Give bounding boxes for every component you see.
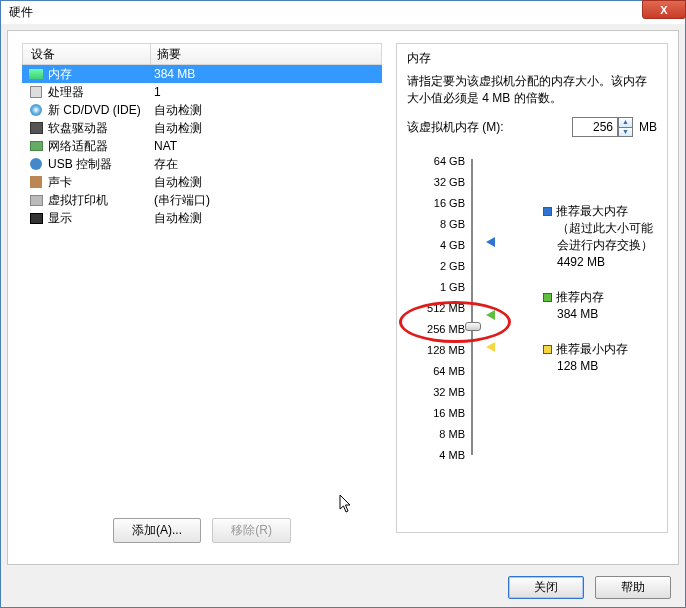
device-summary: 自动检测	[154, 120, 382, 137]
col-device[interactable]: 设备	[23, 44, 151, 64]
legend-max-note2: 会进行内存交换）	[543, 237, 669, 254]
device-row-usb[interactable]: USB 控制器 存在	[22, 155, 382, 173]
device-list-panel: 设备 摘要 内存 384 MB 处理器 1 新 CD/DVD (IDE) 自动检…	[22, 43, 382, 543]
tick-label: 32 MB	[407, 386, 465, 398]
device-name: 处理器	[48, 84, 154, 101]
usb-icon	[28, 157, 44, 171]
tick-label: 4 GB	[407, 239, 465, 251]
remove-button: 移除(R)	[212, 518, 291, 543]
close-button[interactable]: X	[642, 0, 686, 19]
memory-section-title: 内存	[407, 48, 657, 73]
device-summary: 自动检测	[154, 210, 382, 227]
device-summary: 384 MB	[154, 67, 382, 81]
legend-rec-value: 384 MB	[543, 306, 669, 323]
memory-description: 请指定要为该虚拟机分配的内存大小。该内存大小值必须是 4 MB 的倍数。	[407, 73, 657, 107]
tick-label: 2 GB	[407, 260, 465, 272]
close-icon: X	[660, 4, 667, 16]
tick-label: 4 MB	[407, 449, 465, 461]
device-summary: (串行端口)	[154, 192, 382, 209]
tick-label: 1 GB	[407, 281, 465, 293]
device-row-printer[interactable]: 虚拟打印机 (串行端口)	[22, 191, 382, 209]
device-name: 虚拟打印机	[48, 192, 154, 209]
legend-max-title: 推荐最大内存	[556, 204, 628, 218]
device-summary: 自动检测	[154, 174, 382, 191]
tick-label: 64 MB	[407, 365, 465, 377]
legend-max-note1: （超过此大小可能	[543, 220, 669, 237]
printer-icon	[28, 193, 44, 207]
memory-icon	[28, 67, 44, 81]
device-name: 网络适配器	[48, 138, 154, 155]
device-summary: 存在	[154, 156, 382, 173]
dialog-body: 设备 摘要 内存 384 MB 处理器 1 新 CD/DVD (IDE) 自动检…	[1, 24, 685, 607]
sound-icon	[28, 175, 44, 189]
memory-legend: 推荐最大内存 （超过此大小可能 会进行内存交换） 4492 MB 推荐内存 38…	[543, 203, 669, 393]
device-name: 显示	[48, 210, 154, 227]
device-name: 内存	[48, 66, 154, 83]
tick-label: 64 GB	[407, 155, 465, 167]
legend-max: 推荐最大内存 （超过此大小可能 会进行内存交换） 4492 MB	[543, 203, 669, 271]
floppy-icon	[28, 121, 44, 135]
square-blue-icon	[543, 207, 552, 216]
marker-rec-icon	[486, 310, 495, 320]
device-row-network[interactable]: 网络适配器 NAT	[22, 137, 382, 155]
slider-handle[interactable]	[465, 322, 481, 331]
display-icon	[28, 211, 44, 225]
device-table-header: 设备 摘要	[22, 43, 382, 65]
legend-rec-title: 推荐内存	[556, 290, 604, 304]
square-green-icon	[543, 293, 552, 302]
dialog-footer: 关闭 帮助	[500, 576, 671, 599]
tick-label: 16 GB	[407, 197, 465, 209]
tick-label: 128 MB	[407, 344, 465, 356]
device-name: 新 CD/DVD (IDE)	[48, 102, 154, 119]
device-name: USB 控制器	[48, 156, 154, 173]
device-name: 声卡	[48, 174, 154, 191]
marker-min-icon	[486, 342, 495, 352]
square-yellow-icon	[543, 345, 552, 354]
memory-slider: 64 GB 32 GB 16 GB 8 GB 4 GB 2 GB 1 GB 51…	[407, 155, 657, 465]
device-summary: 自动检测	[154, 102, 382, 119]
tick-label: 8 GB	[407, 218, 465, 230]
memory-input[interactable]	[572, 117, 618, 137]
legend-min-title: 推荐最小内存	[556, 342, 628, 356]
spinner-up-icon[interactable]: ▲	[618, 117, 633, 127]
tick-label: 512 MB	[407, 302, 465, 314]
spinner-down-icon[interactable]: ▼	[618, 127, 633, 137]
tick-label: 8 MB	[407, 428, 465, 440]
device-row-cd[interactable]: 新 CD/DVD (IDE) 自动检测	[22, 101, 382, 119]
cd-icon	[28, 103, 44, 117]
slider-track[interactable]	[471, 159, 473, 455]
legend-max-value: 4492 MB	[543, 254, 669, 271]
device-row-display[interactable]: 显示 自动检测	[22, 209, 382, 227]
close-dialog-button[interactable]: 关闭	[508, 576, 584, 599]
legend-min: 推荐最小内存 128 MB	[543, 341, 669, 375]
add-button[interactable]: 添加(A)...	[113, 518, 201, 543]
memory-unit: MB	[639, 120, 657, 134]
memory-input-row: 该虚拟机内存 (M): ▲ ▼ MB	[407, 117, 657, 137]
device-row-floppy[interactable]: 软盘驱动器 自动检测	[22, 119, 382, 137]
cpu-icon	[28, 85, 44, 99]
device-row-cpu[interactable]: 处理器 1	[22, 83, 382, 101]
tick-label: 32 GB	[407, 176, 465, 188]
memory-input-label: 该虚拟机内存 (M):	[407, 119, 504, 136]
tick-label: 16 MB	[407, 407, 465, 419]
content-panel: 设备 摘要 内存 384 MB 处理器 1 新 CD/DVD (IDE) 自动检…	[7, 30, 679, 565]
device-row-memory[interactable]: 内存 384 MB	[22, 65, 382, 83]
memory-spinner: ▲ ▼	[572, 117, 633, 137]
col-summary[interactable]: 摘要	[151, 44, 381, 64]
window-title: 硬件	[9, 4, 33, 21]
help-button[interactable]: 帮助	[595, 576, 671, 599]
device-summary: NAT	[154, 139, 382, 153]
hardware-dialog: 硬件 X 设备 摘要 内存 384 MB 处理器 1	[0, 0, 686, 608]
marker-max-icon	[486, 237, 495, 247]
device-row-sound[interactable]: 声卡 自动检测	[22, 173, 382, 191]
device-summary: 1	[154, 85, 382, 99]
tick-label: 256 MB	[407, 323, 465, 335]
memory-settings-panel: 内存 请指定要为该虚拟机分配的内存大小。该内存大小值必须是 4 MB 的倍数。 …	[396, 43, 668, 533]
network-icon	[28, 139, 44, 153]
device-name: 软盘驱动器	[48, 120, 154, 137]
titlebar[interactable]: 硬件 X	[1, 1, 685, 24]
legend-min-value: 128 MB	[543, 358, 669, 375]
device-buttons: 添加(A)... 移除(R)	[22, 518, 382, 543]
legend-rec: 推荐内存 384 MB	[543, 289, 669, 323]
